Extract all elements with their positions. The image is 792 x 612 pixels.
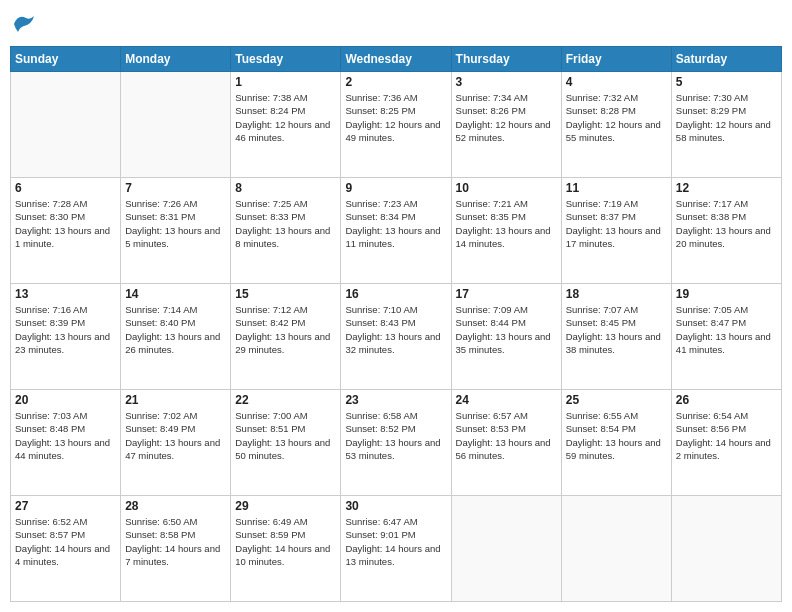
calendar-day-cell (671, 496, 781, 602)
day-number: 4 (566, 75, 667, 89)
day-number: 26 (676, 393, 777, 407)
calendar-day-header: Wednesday (341, 47, 451, 72)
day-number: 28 (125, 499, 226, 513)
day-info: Sunrise: 7:28 AM Sunset: 8:30 PM Dayligh… (15, 197, 116, 250)
day-info: Sunrise: 7:23 AM Sunset: 8:34 PM Dayligh… (345, 197, 446, 250)
day-number: 10 (456, 181, 557, 195)
calendar-day-cell: 25Sunrise: 6:55 AM Sunset: 8:54 PM Dayli… (561, 390, 671, 496)
logo (10, 10, 42, 38)
day-info: Sunrise: 7:30 AM Sunset: 8:29 PM Dayligh… (676, 91, 777, 144)
day-number: 13 (15, 287, 116, 301)
calendar-day-cell: 6Sunrise: 7:28 AM Sunset: 8:30 PM Daylig… (11, 178, 121, 284)
calendar-day-header: Friday (561, 47, 671, 72)
day-info: Sunrise: 7:05 AM Sunset: 8:47 PM Dayligh… (676, 303, 777, 356)
page: SundayMondayTuesdayWednesdayThursdayFrid… (0, 0, 792, 612)
day-number: 9 (345, 181, 446, 195)
calendar-day-cell: 7Sunrise: 7:26 AM Sunset: 8:31 PM Daylig… (121, 178, 231, 284)
header (10, 10, 782, 38)
calendar-header-row: SundayMondayTuesdayWednesdayThursdayFrid… (11, 47, 782, 72)
day-info: Sunrise: 7:09 AM Sunset: 8:44 PM Dayligh… (456, 303, 557, 356)
calendar-day-cell: 14Sunrise: 7:14 AM Sunset: 8:40 PM Dayli… (121, 284, 231, 390)
day-info: Sunrise: 7:32 AM Sunset: 8:28 PM Dayligh… (566, 91, 667, 144)
calendar-day-cell (11, 72, 121, 178)
calendar-day-cell: 20Sunrise: 7:03 AM Sunset: 8:48 PM Dayli… (11, 390, 121, 496)
day-info: Sunrise: 7:21 AM Sunset: 8:35 PM Dayligh… (456, 197, 557, 250)
calendar-day-cell: 26Sunrise: 6:54 AM Sunset: 8:56 PM Dayli… (671, 390, 781, 496)
calendar-day-cell: 19Sunrise: 7:05 AM Sunset: 8:47 PM Dayli… (671, 284, 781, 390)
day-number: 15 (235, 287, 336, 301)
day-info: Sunrise: 7:02 AM Sunset: 8:49 PM Dayligh… (125, 409, 226, 462)
calendar-day-header: Monday (121, 47, 231, 72)
calendar-day-header: Tuesday (231, 47, 341, 72)
day-number: 8 (235, 181, 336, 195)
day-info: Sunrise: 7:00 AM Sunset: 8:51 PM Dayligh… (235, 409, 336, 462)
day-info: Sunrise: 7:14 AM Sunset: 8:40 PM Dayligh… (125, 303, 226, 356)
day-info: Sunrise: 7:26 AM Sunset: 8:31 PM Dayligh… (125, 197, 226, 250)
day-number: 24 (456, 393, 557, 407)
day-info: Sunrise: 6:47 AM Sunset: 9:01 PM Dayligh… (345, 515, 446, 568)
day-number: 12 (676, 181, 777, 195)
day-info: Sunrise: 6:50 AM Sunset: 8:58 PM Dayligh… (125, 515, 226, 568)
calendar-day-cell: 11Sunrise: 7:19 AM Sunset: 8:37 PM Dayli… (561, 178, 671, 284)
day-info: Sunrise: 6:57 AM Sunset: 8:53 PM Dayligh… (456, 409, 557, 462)
calendar-day-cell: 29Sunrise: 6:49 AM Sunset: 8:59 PM Dayli… (231, 496, 341, 602)
day-number: 6 (15, 181, 116, 195)
calendar-day-cell: 24Sunrise: 6:57 AM Sunset: 8:53 PM Dayli… (451, 390, 561, 496)
day-info: Sunrise: 7:38 AM Sunset: 8:24 PM Dayligh… (235, 91, 336, 144)
day-number: 11 (566, 181, 667, 195)
calendar-table: SundayMondayTuesdayWednesdayThursdayFrid… (10, 46, 782, 602)
calendar-day-cell: 10Sunrise: 7:21 AM Sunset: 8:35 PM Dayli… (451, 178, 561, 284)
day-number: 19 (676, 287, 777, 301)
calendar-day-cell: 2Sunrise: 7:36 AM Sunset: 8:25 PM Daylig… (341, 72, 451, 178)
day-info: Sunrise: 7:34 AM Sunset: 8:26 PM Dayligh… (456, 91, 557, 144)
calendar-day-cell: 21Sunrise: 7:02 AM Sunset: 8:49 PM Dayli… (121, 390, 231, 496)
calendar-day-header: Saturday (671, 47, 781, 72)
day-number: 17 (456, 287, 557, 301)
day-info: Sunrise: 7:03 AM Sunset: 8:48 PM Dayligh… (15, 409, 116, 462)
day-info: Sunrise: 7:36 AM Sunset: 8:25 PM Dayligh… (345, 91, 446, 144)
day-number: 5 (676, 75, 777, 89)
calendar-day-cell: 15Sunrise: 7:12 AM Sunset: 8:42 PM Dayli… (231, 284, 341, 390)
day-number: 21 (125, 393, 226, 407)
day-number: 25 (566, 393, 667, 407)
day-info: Sunrise: 6:58 AM Sunset: 8:52 PM Dayligh… (345, 409, 446, 462)
calendar-day-cell: 13Sunrise: 7:16 AM Sunset: 8:39 PM Dayli… (11, 284, 121, 390)
day-number: 27 (15, 499, 116, 513)
day-info: Sunrise: 7:19 AM Sunset: 8:37 PM Dayligh… (566, 197, 667, 250)
calendar-day-cell: 9Sunrise: 7:23 AM Sunset: 8:34 PM Daylig… (341, 178, 451, 284)
day-info: Sunrise: 7:25 AM Sunset: 8:33 PM Dayligh… (235, 197, 336, 250)
calendar-day-cell: 17Sunrise: 7:09 AM Sunset: 8:44 PM Dayli… (451, 284, 561, 390)
day-info: Sunrise: 6:52 AM Sunset: 8:57 PM Dayligh… (15, 515, 116, 568)
day-info: Sunrise: 6:55 AM Sunset: 8:54 PM Dayligh… (566, 409, 667, 462)
day-number: 23 (345, 393, 446, 407)
calendar-day-cell: 4Sunrise: 7:32 AM Sunset: 8:28 PM Daylig… (561, 72, 671, 178)
calendar-week-row: 27Sunrise: 6:52 AM Sunset: 8:57 PM Dayli… (11, 496, 782, 602)
calendar-day-cell: 16Sunrise: 7:10 AM Sunset: 8:43 PM Dayli… (341, 284, 451, 390)
calendar-day-cell: 22Sunrise: 7:00 AM Sunset: 8:51 PM Dayli… (231, 390, 341, 496)
calendar-week-row: 13Sunrise: 7:16 AM Sunset: 8:39 PM Dayli… (11, 284, 782, 390)
calendar-week-row: 1Sunrise: 7:38 AM Sunset: 8:24 PM Daylig… (11, 72, 782, 178)
day-info: Sunrise: 7:10 AM Sunset: 8:43 PM Dayligh… (345, 303, 446, 356)
day-info: Sunrise: 7:16 AM Sunset: 8:39 PM Dayligh… (15, 303, 116, 356)
day-number: 3 (456, 75, 557, 89)
day-info: Sunrise: 7:17 AM Sunset: 8:38 PM Dayligh… (676, 197, 777, 250)
calendar-day-cell: 28Sunrise: 6:50 AM Sunset: 8:58 PM Dayli… (121, 496, 231, 602)
day-info: Sunrise: 6:54 AM Sunset: 8:56 PM Dayligh… (676, 409, 777, 462)
day-number: 1 (235, 75, 336, 89)
day-info: Sunrise: 7:12 AM Sunset: 8:42 PM Dayligh… (235, 303, 336, 356)
day-number: 20 (15, 393, 116, 407)
calendar-day-cell: 8Sunrise: 7:25 AM Sunset: 8:33 PM Daylig… (231, 178, 341, 284)
calendar-week-row: 20Sunrise: 7:03 AM Sunset: 8:48 PM Dayli… (11, 390, 782, 496)
calendar-week-row: 6Sunrise: 7:28 AM Sunset: 8:30 PM Daylig… (11, 178, 782, 284)
day-number: 14 (125, 287, 226, 301)
logo-icon (10, 10, 38, 38)
calendar-day-cell: 23Sunrise: 6:58 AM Sunset: 8:52 PM Dayli… (341, 390, 451, 496)
calendar-day-cell: 18Sunrise: 7:07 AM Sunset: 8:45 PM Dayli… (561, 284, 671, 390)
day-number: 16 (345, 287, 446, 301)
calendar-day-cell: 12Sunrise: 7:17 AM Sunset: 8:38 PM Dayli… (671, 178, 781, 284)
calendar-day-cell (121, 72, 231, 178)
calendar-day-cell (561, 496, 671, 602)
calendar-day-header: Sunday (11, 47, 121, 72)
day-number: 2 (345, 75, 446, 89)
calendar-day-cell: 1Sunrise: 7:38 AM Sunset: 8:24 PM Daylig… (231, 72, 341, 178)
